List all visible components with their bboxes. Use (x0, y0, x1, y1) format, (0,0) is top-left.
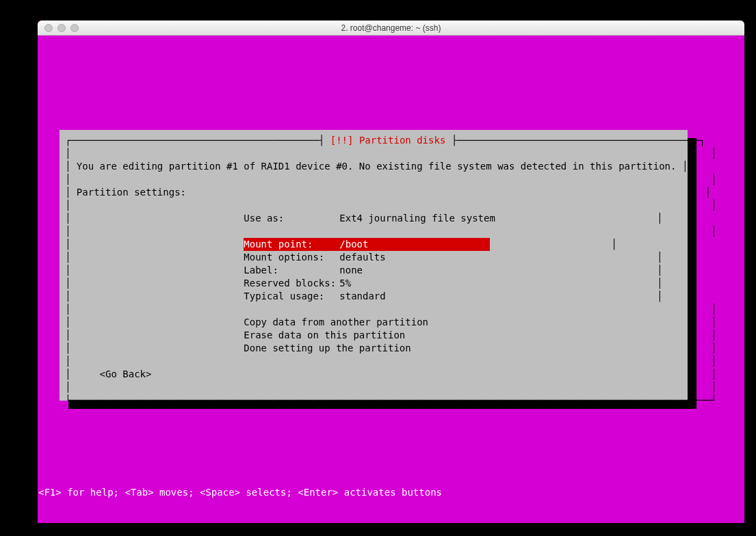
terminal-area[interactable]: ┌───────────────────────────────────────… (38, 36, 744, 523)
action-done[interactable]: │ Done setting up the partition │ (65, 342, 682, 355)
setting-label: Mount point: (244, 238, 339, 251)
dialog-description-row: │ You are editing partition #1 of RAID1 … (65, 160, 682, 173)
setting-label: Mount options: (244, 251, 339, 264)
close-window-button[interactable] (44, 24, 53, 32)
settings-heading: Partition settings: (77, 186, 186, 199)
setting-row-typical-usage[interactable]: │ Typical usage:standard │ (65, 290, 682, 303)
action-label: Copy data from another partition (244, 316, 428, 329)
setting-value: /boot (339, 238, 368, 251)
setting-value: standard (339, 290, 385, 303)
dialog-row-blank: │ │ (65, 147, 682, 160)
setting-value: Ext4 journaling file system (339, 212, 495, 225)
setting-label: Typical usage: (244, 290, 339, 303)
terminal-window: 2. root@changeme: ~ (ssh) ┌─────────────… (38, 21, 744, 523)
partition-dialog: ┌───────────────────────────────────────… (60, 130, 688, 401)
setting-value: defaults (339, 251, 385, 264)
action-label: Done setting up the partition (244, 342, 410, 355)
setting-label: Reserved blocks: (244, 277, 339, 290)
setting-label: Use as: (244, 212, 339, 225)
minimize-window-button[interactable] (57, 24, 66, 32)
settings-heading-row: │ Partition settings: │ (65, 186, 682, 199)
setting-label: Label: (244, 264, 339, 277)
footer-help-text: <F1> for help; <Tab> moves; <Space> sele… (38, 487, 442, 498)
dialog-border-top: ┌───────────────────────────────────────… (65, 134, 682, 147)
zoom-window-button[interactable] (70, 24, 79, 32)
action-copy-data[interactable]: │ Copy data from another partition │ (65, 316, 682, 329)
setting-value: 5% (339, 277, 351, 290)
action-label: Erase data on this partition (244, 329, 405, 342)
window-titlebar: 2. root@changeme: ~ (ssh) (38, 21, 744, 36)
setting-row-label[interactable]: │ Label:none │ (65, 264, 682, 277)
setting-row-use-as[interactable]: │ Use as:Ext4 journaling file system │ (65, 212, 682, 225)
dialog-border-bottom: └───────────────────────────────────────… (65, 394, 682, 407)
window-title: 2. root@changeme: ~ (ssh) (38, 23, 744, 33)
go-back-row[interactable]: │ <Go Back> │ (65, 368, 682, 381)
action-erase-data[interactable]: │ Erase data on this partition │ (65, 329, 682, 342)
setting-row-mount-point[interactable]: │ Mount point:/boot │ (65, 238, 682, 251)
setting-row-mount-options[interactable]: │ Mount options:defaults │ (65, 251, 682, 264)
traffic-lights (38, 24, 79, 32)
setting-row-reserved-blocks[interactable]: │ Reserved blocks:5% │ (65, 277, 682, 290)
dialog-title: [!!] Partition disks (330, 134, 446, 147)
go-back-button[interactable]: <Go Back> (100, 368, 152, 381)
dialog-description: You are editing partition #1 of RAID1 de… (77, 160, 677, 173)
setting-value: none (339, 264, 363, 277)
